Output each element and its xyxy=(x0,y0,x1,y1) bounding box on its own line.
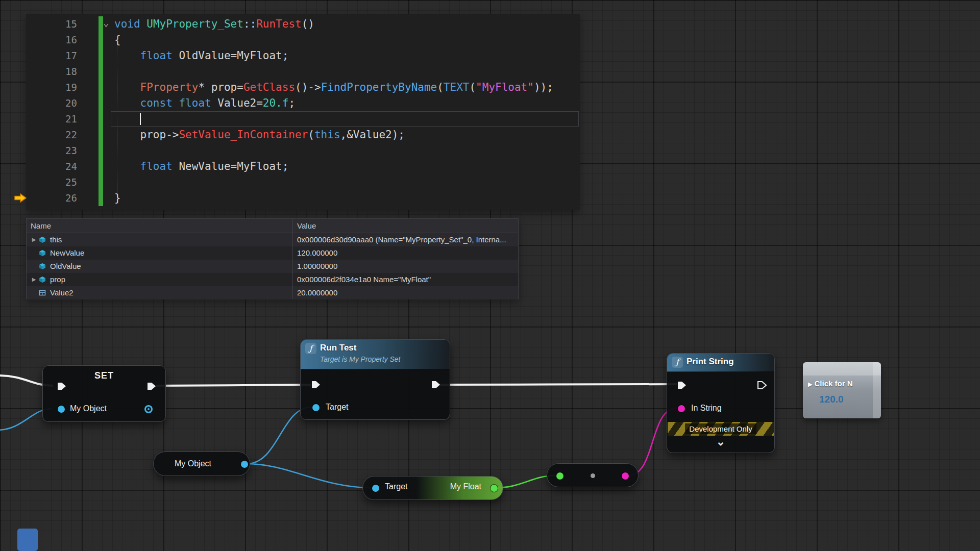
code-line[interactable]: 24 float NewValue=MyFloat; xyxy=(26,159,580,174)
float-to-string-conversion-node[interactable] xyxy=(547,463,639,487)
variable-value[interactable]: 0x000006d2f034e1a0 Name="MyFloat" xyxy=(293,273,518,286)
variable-value[interactable]: 0x000006d30d90aaa0 (Name="MyProperty_Set… xyxy=(293,233,518,246)
struct-grid-icon xyxy=(38,289,46,297)
code-text: } xyxy=(114,190,121,206)
node-expand-chevron-icon[interactable]: ⌄ xyxy=(667,433,774,450)
watch-window[interactable]: Name Value ▶this0x000006d30d90aaa0 (Name… xyxy=(26,218,519,299)
set-exec-out-pin[interactable] xyxy=(146,382,157,391)
set-my-object-output-pin[interactable] xyxy=(144,405,153,413)
code-line[interactable]: 17 float OldValue=MyFloat; xyxy=(26,48,580,64)
code-line[interactable]: 22 prop->SetValue_InContainer(this,&Valu… xyxy=(26,127,580,143)
set-my-object-input-pin[interactable] xyxy=(58,406,65,413)
modified-line-bar xyxy=(99,64,103,80)
play-icon: ▶ xyxy=(808,381,812,387)
variable-name: prop xyxy=(50,273,65,286)
current-statement-arrow-icon xyxy=(14,193,27,203)
code-text: const float Value2=20.f; xyxy=(114,95,295,111)
conversion-output-pin[interactable] xyxy=(622,472,629,480)
variable-value[interactable]: 1.00000000 xyxy=(293,260,518,273)
code-line[interactable]: 16{ xyxy=(26,32,580,48)
code-line[interactable]: 26} xyxy=(26,190,580,206)
variable-value[interactable]: 20.0000000 xyxy=(293,286,518,299)
line-number: 25 xyxy=(26,174,77,190)
code-editor[interactable]: 15⌄void UMyProperty_Set::RunTest()16{17 … xyxy=(26,14,580,210)
line-number: 18 xyxy=(26,64,77,80)
watch-row[interactable]: ▶this0x000006d30d90aaa0 (Name="MyPropert… xyxy=(27,233,518,246)
code-line[interactable]: 23 xyxy=(26,143,580,159)
my-float-target-input-pin[interactable] xyxy=(372,485,379,492)
print-string-node[interactable]: ƒ Print String In String Development Onl… xyxy=(667,353,775,453)
code-line[interactable]: 19 FProperty* prop=GetClass()->FindPrope… xyxy=(26,80,580,95)
set-node[interactable]: SET My Object xyxy=(42,365,166,422)
indent-guide xyxy=(117,35,117,193)
run-test-exec-in-pin[interactable] xyxy=(311,380,321,389)
exec-wire-runtest-to-printstring[interactable] xyxy=(439,384,677,385)
run-test-target-label: Target xyxy=(326,403,348,412)
modified-line-bar xyxy=(99,143,103,159)
variable-box-icon xyxy=(38,276,46,284)
code-line[interactable]: 15⌄void UMyProperty_Set::RunTest() xyxy=(26,16,580,32)
variable-name: this xyxy=(50,233,62,246)
watch-row[interactable]: ▶prop0x000006d2f034e1a0 Name="MyFloat" xyxy=(27,273,518,286)
run-test-title: Run Test xyxy=(320,343,356,353)
modified-line-bar xyxy=(99,159,103,174)
line-number: 24 xyxy=(26,159,77,174)
blueprint-graph-canvas[interactable]: { "colors": { "object_pin": "#3DB7EA", "… xyxy=(0,0,980,551)
variable-name: Value2 xyxy=(50,286,74,299)
watch-header: Name Value xyxy=(27,219,518,233)
watch-row[interactable]: NewValue120.000000 xyxy=(27,246,518,260)
run-test-subtitle: Target is My Property Set xyxy=(320,355,400,363)
line-number: 15 xyxy=(26,16,77,32)
modified-line-bar xyxy=(99,32,103,48)
variable-box-icon xyxy=(38,236,46,244)
set-my-object-label: My Object xyxy=(70,404,107,413)
modified-line-bar xyxy=(99,16,103,32)
print-string-in-string-pin[interactable] xyxy=(678,405,685,412)
code-line[interactable]: 20 const float Value2=20.f; xyxy=(26,95,580,111)
code-text: float NewValue=MyFloat; xyxy=(114,159,288,174)
watch-column-value: Value xyxy=(293,219,518,233)
my-float-get-node[interactable]: Target My Float xyxy=(362,476,503,500)
set-exec-in-pin[interactable] xyxy=(57,382,67,391)
code-text: { xyxy=(114,32,121,48)
watch-row[interactable]: Value220.0000000 xyxy=(27,286,518,299)
set-node-title: SET xyxy=(43,370,165,381)
run-test-target-input-pin[interactable] xyxy=(312,404,320,411)
fold-chevron-icon[interactable]: ⌄ xyxy=(103,15,109,31)
print-string-exec-in-pin[interactable] xyxy=(677,381,687,390)
print-string-exec-out-pin[interactable] xyxy=(757,381,767,390)
line-number: 20 xyxy=(26,95,77,111)
function-icon: ƒ xyxy=(672,357,683,368)
my-object-output-pin[interactable] xyxy=(241,461,248,468)
conversion-input-pin[interactable] xyxy=(556,472,564,480)
watch-name-cell: NewValue xyxy=(27,246,293,260)
code-line[interactable]: 25 xyxy=(26,174,580,190)
my-float-target-label: Target xyxy=(385,482,407,491)
object-wire-myobject-to-myfloat[interactable] xyxy=(247,464,371,488)
debug-bubble-value: 120.0 xyxy=(819,394,844,405)
code-text: FProperty* prop=GetClass()->FindProperty… xyxy=(114,80,553,95)
variable-value[interactable]: 120.000000 xyxy=(293,246,518,260)
watch-row[interactable]: OldValue1.00000000 xyxy=(27,260,518,273)
watch-name-cell: ▶this xyxy=(27,233,293,246)
exec-wire-set-to-runtest[interactable] xyxy=(156,385,311,386)
run-test-node[interactable]: ƒ Run Test Target is My Property Set Tar… xyxy=(300,339,450,420)
debug-bubble-header[interactable]: ▶Click for N xyxy=(808,379,872,388)
code-line[interactable]: 18 xyxy=(26,64,580,80)
my-float-output-pin[interactable] xyxy=(491,485,498,492)
debug-bubble-header-text: Click for N xyxy=(814,379,852,388)
run-test-exec-out-pin[interactable] xyxy=(431,380,441,389)
variable-name: NewValue xyxy=(50,246,84,260)
expand-arrow-icon[interactable]: ▶ xyxy=(30,233,38,246)
debug-watch-bubble[interactable]: ▶Click for N 120.0 xyxy=(803,362,881,418)
watch-name-cell: ▶prop xyxy=(27,273,293,286)
expand-arrow-icon[interactable]: ▶ xyxy=(30,273,38,286)
modified-line-bar xyxy=(99,95,103,111)
modified-line-bar xyxy=(99,127,103,143)
line-number: 19 xyxy=(26,80,77,95)
my-object-get-node[interactable]: My Object xyxy=(153,452,250,476)
code-line[interactable]: 21 xyxy=(26,111,580,127)
line-number: 23 xyxy=(26,143,77,159)
function-icon: ƒ xyxy=(305,343,316,354)
modified-line-bar xyxy=(99,190,103,206)
